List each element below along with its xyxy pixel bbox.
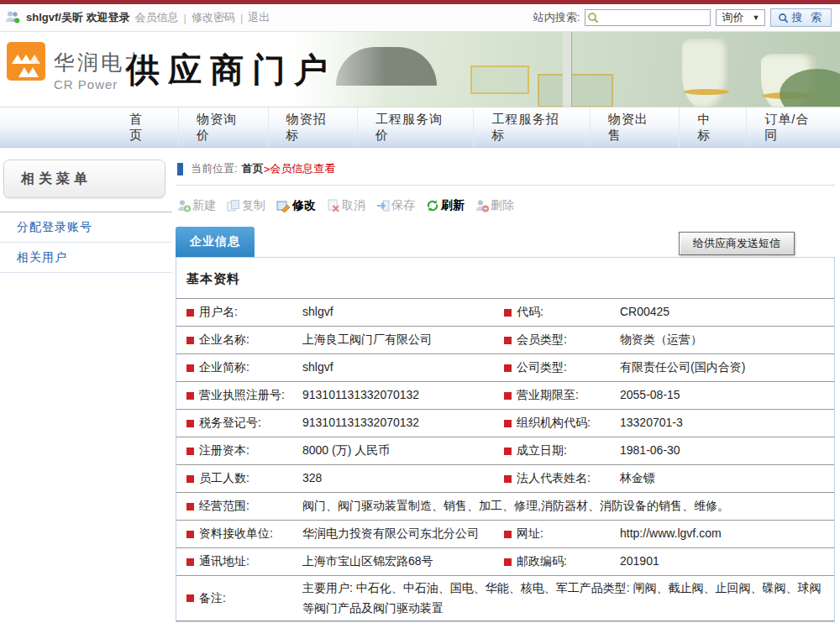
field-label: 用户名: [186,305,302,320]
link-logout[interactable]: 退出 [248,10,270,25]
tab-company-info[interactable]: 企业信息 [176,227,255,257]
welcome-text: shlgvf/吴昕 欢迎登录 [26,10,130,25]
field-value: 913101131332070132 [302,413,504,432]
search-category-select[interactable]: 询价 ▼ [716,9,765,26]
nav-item-material-inquiry[interactable]: 物资询价 [178,107,268,147]
plant-building-shape [538,74,613,107]
breadcrumb: 当前位置: 首页 > 会员信息查看 [176,148,835,186]
bullet-icon [504,337,512,344]
cooling-tower-band [684,89,729,95]
breadcrumb-current[interactable]: 会员信息查看 [270,161,335,176]
nav-item-service-inquiry[interactable]: 工程服务询价 [357,107,473,147]
field-label: 组织机构代码: [504,416,620,431]
field-label: 成立日期: [504,443,620,458]
users-icon [5,10,21,26]
nav-item-material-sale[interactable]: 物资出售 [590,107,680,147]
site-search-area: 站内搜索: 询价 ▼ 搜 索 [533,8,832,27]
bullet-icon [186,531,194,538]
refresh-button[interactable]: 刷新 [426,198,465,213]
plant-chimney-shape [563,32,571,107]
nav-item-material-bidding[interactable]: 物资招标 [268,107,358,147]
delete-button[interactable]: 删除 [475,198,514,213]
bullet-icon [504,531,512,538]
cancel-button[interactable]: 取消 [327,198,365,213]
content-area: 相关菜单 分配登录账号 相关用户 当前位置: 首页 > 会员信息查看 新建 [0,148,840,644]
copy-button[interactable]: 复制 [227,198,265,213]
plant-building-shape [470,65,529,94]
bullet-icon [186,594,194,602]
field-label: 网址: [504,526,620,542]
field-value: 阀门、阀门驱动装置制造、销售、加工、修理,消防器材、消防设备的销售、维修。 [302,496,824,516]
bullet-icon [504,309,512,317]
field-value: 2055-08-15 [620,385,824,405]
field-label: 经营范围: [186,499,302,514]
field-label: 代码: [504,305,620,320]
sidebar-title: 相关菜单 [3,160,165,198]
nav-item-awarded[interactable]: 中 标 [679,107,746,147]
new-button[interactable]: 新建 [177,198,216,213]
table-row: 注册资本: 8000 (万) 人民币 成立日期: 1981-06-30 [176,437,834,465]
table-row: 用户名: shlgvf 代码: CR00425 [176,299,834,327]
topbar-user-area: shlgvf/吴昕 欢迎登录 会员信息 | 修改密码 | 退出 [5,10,270,26]
field-label: 注册资本: [186,443,302,458]
field-value: CR00425 [620,302,824,322]
topbar: shlgvf/吴昕 欢迎登录 会员信息 | 修改密码 | 退出 站内搜索: 询价… [0,4,840,32]
nav-item-home[interactable]: 首 页 [112,107,178,147]
edit-icon [276,199,291,212]
send-sms-button[interactable]: 给供应商发送短信 [679,232,795,255]
edit-button[interactable]: 修改 [276,198,316,213]
table-row: 税务登记号: 913101131332070132 组织机构代码: 133207… [176,410,834,437]
bullet-icon [504,448,512,455]
field-value: shlgvf [302,302,504,322]
link-member-info[interactable]: 会员信息 [135,10,179,25]
new-button-label: 新建 [192,198,216,213]
sidebar-item-related-users[interactable]: 相关用户 [0,243,172,273]
portal-title: 供应商门户 [126,47,336,93]
field-value: http://www.lgvf.com [620,524,824,543]
table-row: 企业简称: shlgvf 公司类型: 有限责任公司(国内合资) [176,354,834,382]
bullet-icon [186,337,194,344]
bullet-icon [504,420,512,427]
main-nav: 首 页 物资询价 物资招标 工程服务询价 工程服务招标 物资出售 中 标 订单/… [0,107,840,148]
field-label: 公司类型: [504,360,620,375]
cancel-icon [327,199,340,212]
page: shlgvf/吴昕 欢迎登录 会员信息 | 修改密码 | 退出 站内搜索: 询价… [0,0,840,644]
nav-item-service-bidding[interactable]: 工程服务招标 [473,107,589,147]
field-label: 邮政编码: [504,554,620,569]
bullet-icon [504,392,512,400]
delete-icon [475,199,489,212]
table-row: 通讯地址: 上海市宝山区锦宏路68号 邮政编码: 201901 [176,548,834,576]
cooling-tower-shape [682,39,731,107]
search-category-value: 询价 [722,10,743,25]
bullet-icon [186,558,194,566]
sidebar-item-assign-accounts[interactable]: 分配登录账号 [0,212,172,243]
field-value: 上海良工阀门厂有限公司 [302,330,504,349]
sidebar-menu: 分配登录账号 相关用户 [0,212,172,273]
nav-item-orders-contracts[interactable]: 订单/合同 [746,107,840,147]
field-value: 201901 [620,552,824,571]
record-toolbar: 新建 复制 修改 取消 保存 [176,186,835,220]
field-value: 上海市宝山区锦宏路68号 [302,552,504,571]
search-button[interactable]: 搜 索 [770,8,832,27]
field-label: 备注: [186,591,302,606]
breadcrumb-separator: > [264,163,270,175]
bullet-icon [186,364,194,372]
link-change-password[interactable]: 修改密码 [192,10,235,25]
site-search-label: 站内搜索: [533,10,580,25]
table-row: 经营范围: 阀门、阀门驱动装置制造、销售、加工、修理,消防器材、消防设备的销售、… [176,493,834,521]
save-button[interactable]: 保存 [376,198,415,213]
copy-button-label: 复制 [242,198,265,213]
bullet-icon [186,309,194,317]
field-label: 员工人数: [186,471,302,486]
breadcrumb-home-link[interactable]: 首页 [242,161,264,176]
field-value: 13320701-3 [620,413,824,432]
field-value: 林金镖 [620,469,824,488]
field-value: 913101131332070132 [302,385,504,405]
cr-power-logo-icon [7,42,45,81]
field-value: 有限责任公司(国内合资) [620,358,824,377]
table-row: 营业执照注册号: 913101131332070132 营业期限至: 2055-… [176,382,834,410]
table-row: 员工人数: 328 法人代表姓名: 林金镖 [176,465,834,493]
field-value: 328 [302,469,504,488]
field-label: 营业执照注册号: [186,388,302,403]
search-input[interactable] [585,9,711,26]
